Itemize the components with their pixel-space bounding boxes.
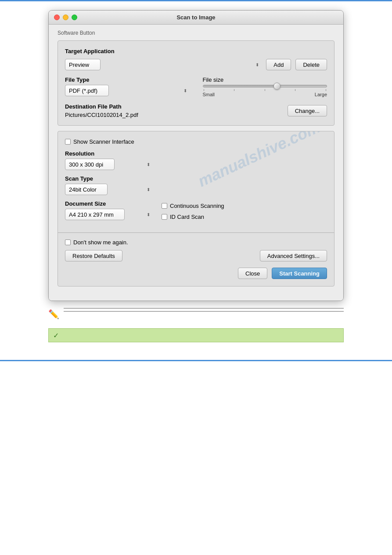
file-type-left: File Type PDF (*.pdf) [65,76,190,97]
show-scanner-row: Show Scanner Interface [65,138,327,145]
bottom-line [0,360,392,361]
scanner-options-panel: manualshive.com Show Scanner Interface R… [58,131,334,287]
scan-type-option: Scan Type 24bit Color [65,175,153,195]
window-controls [54,15,77,20]
resolution-select[interactable]: 300 x 300 dpi [65,159,115,170]
close-window-button[interactable] [54,15,60,20]
file-type-select-wrapper: PDF (*.pdf) [65,85,190,96]
file-type-select[interactable]: PDF (*.pdf) [65,85,109,96]
file-size-label: File size [203,76,327,83]
two-col-layout: Resolution 300 x 300 dpi Scan Type [65,150,327,225]
continuous-scanning-checkbox[interactable] [162,203,167,209]
file-type-section: File Type PDF (*.pdf) File size [65,76,327,97]
target-application-row: Preview Add Delete [65,59,327,70]
delete-button[interactable]: Delete [295,59,327,70]
file-size-slider-container: Small Large [203,85,327,97]
note-lines [64,308,344,312]
bottom-right-buttons: Advanced Settings... [260,250,327,261]
check-section: ✓ [48,328,344,342]
slider-small-label: Small [203,92,215,97]
dont-show-checkbox[interactable] [65,239,71,245]
minimize-window-button[interactable] [63,15,68,20]
bottom-buttons-row: Restore Defaults Advanced Settings... [65,250,327,261]
id-card-scan-row: ID Card Scan [162,214,327,220]
document-size-option: Document Size A4 210 x 297 mm [65,200,153,220]
start-scanning-button[interactable]: Start Scanning [272,268,327,279]
tick-2 [234,89,234,91]
show-scanner-label: Show Scanner Interface [73,138,134,145]
col-right: Continuous Scanning ID Card Scan [162,150,327,225]
note-line-1 [64,308,344,308]
continuous-scanning-row: Continuous Scanning [162,203,327,209]
check-icon: ✓ [53,331,59,340]
slider-fill [203,85,277,87]
slider-thumb[interactable] [273,83,281,90]
file-type-label: File Type [65,76,190,83]
window-content: Software Button Target Application Previ… [49,25,343,301]
target-application-select[interactable]: Preview [65,59,101,70]
close-button[interactable]: Close [238,268,267,279]
destination-path-label: Destination File Path [65,103,138,110]
window-title: Scan to Image [176,14,215,21]
mac-window: Scan to Image Software Button Target App… [48,10,344,301]
close-scan-row: Close Start Scanning [65,268,327,279]
bottom-options: Don't show me again. Restore Defaults Ad… [58,233,334,286]
file-size-slider-track[interactable] [203,85,327,87]
dont-show-label: Don't show me again. [73,239,128,246]
document-size-select-wrapper: A4 210 x 297 mm [65,209,153,220]
slider-tick-marks [203,89,327,91]
section-label: Software Button [58,30,334,36]
file-size-right: File size [203,76,327,97]
note-line-2 [64,311,344,312]
slider-labels: Small Large [203,92,327,97]
col-left: Resolution 300 x 300 dpi Scan Type [65,150,153,225]
resolution-select-wrapper: 300 x 300 dpi [65,159,153,170]
note-section: ✏️ [48,308,344,319]
scan-type-select[interactable]: 24bit Color [65,184,108,195]
pencil-icon: ✏️ [48,309,59,319]
add-button[interactable]: Add [266,59,291,70]
resolution-option: Resolution 300 x 300 dpi [65,150,153,170]
slider-large-label: Large [315,92,327,97]
destination-path-row: Destination File Path Pictures/CCI101020… [65,103,327,118]
id-card-scan-label: ID Card Scan [170,214,204,220]
page-content: Scan to Image Software Button Target App… [0,1,392,351]
document-size-label: Document Size [65,200,153,207]
top-panel: Target Application Preview Add Delete Fi… [58,40,334,126]
destination-path-left: Destination File Path Pictures/CCI101020… [65,103,138,118]
dont-show-row: Don't show me again. [65,239,327,246]
tick-1 [204,89,204,91]
advanced-settings-button[interactable]: Advanced Settings... [260,250,327,261]
show-scanner-checkbox[interactable] [65,139,71,145]
id-card-scan-checkbox[interactable] [162,214,167,220]
scan-type-select-wrapper: 24bit Color [65,184,153,195]
scan-type-label: Scan Type [65,175,153,182]
tick-3 [265,89,265,91]
tick-4 [295,89,295,91]
tick-5 [326,89,326,91]
continuous-scanning-label: Continuous Scanning [170,203,224,209]
resolution-label: Resolution [65,150,153,157]
target-application-select-wrapper: Preview [65,59,262,70]
change-button[interactable]: Change... [288,105,327,116]
document-size-select[interactable]: A4 210 x 297 mm [65,209,125,220]
title-bar: Scan to Image [49,11,343,25]
restore-defaults-button[interactable]: Restore Defaults [65,250,122,261]
scanner-panel-content: manualshive.com Show Scanner Interface R… [58,131,334,232]
destination-path-value: Pictures/CCI10102014_2.pdf [65,112,138,118]
target-application-label: Target Application [65,48,327,54]
maximize-window-button[interactable] [72,15,77,20]
